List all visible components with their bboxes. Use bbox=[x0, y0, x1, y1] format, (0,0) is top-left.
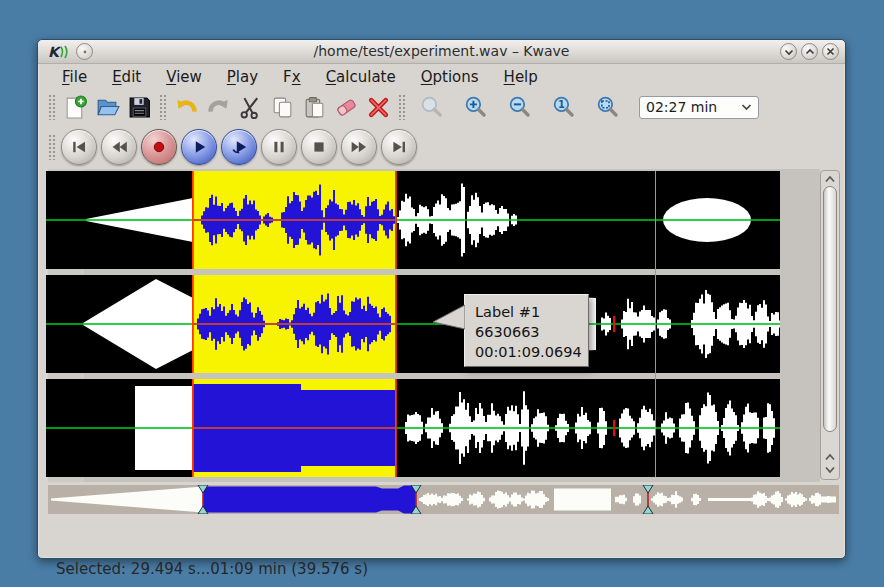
track-2-waveform[interactable] bbox=[46, 275, 780, 373]
vertical-scrollbar-thumb[interactable] bbox=[823, 186, 837, 432]
record-icon bbox=[149, 137, 169, 157]
zoom-100-button[interactable]: 1 bbox=[548, 92, 578, 122]
play-button[interactable] bbox=[181, 129, 217, 165]
paste-clipboard-icon bbox=[302, 95, 327, 120]
zoom-selection-button[interactable] bbox=[416, 92, 446, 122]
record-button[interactable] bbox=[141, 129, 177, 165]
zoom-all-icon bbox=[595, 95, 620, 120]
pause-icon bbox=[269, 137, 289, 157]
skip-forward-icon bbox=[389, 137, 409, 157]
stop-icon bbox=[309, 137, 329, 157]
delete-cross-icon bbox=[366, 95, 391, 120]
new-file-icon bbox=[63, 95, 88, 120]
zoom-out-icon bbox=[507, 95, 532, 120]
forward-icon bbox=[349, 137, 369, 157]
toolbar-transport bbox=[44, 125, 839, 169]
new-button[interactable] bbox=[60, 92, 90, 122]
vertical-scrollbar[interactable] bbox=[820, 170, 840, 480]
paste-button[interactable] bbox=[299, 92, 329, 122]
label-tooltip: Label #1 6630663 00:01:09.0694 bbox=[464, 294, 589, 367]
zoom-in-icon bbox=[463, 95, 488, 120]
save-floppy-icon bbox=[127, 95, 152, 120]
window-title: /home/test/experiment.wav – Kwave bbox=[38, 43, 845, 59]
menu-item-edit[interactable]: Edit bbox=[102, 66, 151, 88]
tooltip-pointer bbox=[433, 303, 465, 331]
maximize-button[interactable] bbox=[801, 43, 818, 60]
erase-button[interactable] bbox=[331, 92, 361, 122]
stop-button[interactable] bbox=[301, 129, 337, 165]
menubar: FileEditViewPlayFxCalculateOptionsHelp bbox=[42, 65, 841, 89]
redo-icon bbox=[206, 95, 231, 120]
tooltip-label-time: 00:01:09.0694 bbox=[475, 342, 588, 362]
toolbar-handle[interactable] bbox=[48, 94, 55, 120]
loop-play-button[interactable] bbox=[221, 129, 257, 165]
redo-button[interactable] bbox=[203, 92, 233, 122]
copy-icon bbox=[270, 95, 295, 120]
svg-text:1: 1 bbox=[557, 98, 564, 109]
zoom-selection-icon bbox=[419, 95, 444, 120]
overview-bar[interactable] bbox=[48, 485, 839, 514]
titlebar[interactable]: K /home/test/experiment.wav – Kwave bbox=[38, 40, 845, 64]
skip-forward-button[interactable] bbox=[381, 129, 417, 165]
tooltip-label-sample: 6630663 bbox=[475, 322, 588, 342]
toolbar-handle[interactable] bbox=[159, 94, 166, 120]
zoom-in-button[interactable] bbox=[460, 92, 490, 122]
open-folder-icon bbox=[95, 95, 120, 120]
chevron-down-icon bbox=[741, 103, 752, 111]
desktop: K /home/test/experiment.wav – Kwave File… bbox=[0, 0, 884, 587]
delete-button[interactable] bbox=[363, 92, 393, 122]
cut-button[interactable] bbox=[235, 92, 265, 122]
pause-button[interactable] bbox=[261, 129, 297, 165]
scroll-down-icon[interactable] bbox=[825, 466, 835, 474]
copy-button[interactable] bbox=[267, 92, 297, 122]
toolbar-handle[interactable] bbox=[48, 134, 55, 160]
menu-item-play[interactable]: Play bbox=[217, 66, 268, 88]
zoom-duration-value: 02:27 min bbox=[646, 99, 741, 115]
chevron-up-icon bbox=[805, 48, 815, 56]
menu-item-view[interactable]: View bbox=[156, 66, 212, 88]
close-button[interactable] bbox=[822, 43, 839, 60]
undo-button[interactable] bbox=[171, 92, 201, 122]
skip-backward-icon bbox=[69, 137, 89, 157]
close-icon bbox=[826, 47, 835, 56]
menu-item-help[interactable]: Help bbox=[494, 66, 548, 88]
forward-button[interactable] bbox=[341, 129, 377, 165]
scroll-up-icon[interactable] bbox=[825, 453, 835, 461]
zoom-out-button[interactable] bbox=[504, 92, 534, 122]
play-icon bbox=[189, 137, 209, 157]
toolbar-main: 1 02:27 min bbox=[44, 89, 839, 125]
position-line bbox=[655, 171, 656, 477]
menu-item-calculate[interactable]: Calculate bbox=[316, 66, 406, 88]
rewind-icon bbox=[109, 137, 129, 157]
menu-item-fx[interactable]: Fx bbox=[273, 66, 311, 88]
undo-icon bbox=[174, 95, 199, 120]
scroll-up-icon[interactable] bbox=[825, 175, 835, 183]
chevron-down-icon bbox=[784, 48, 794, 56]
tooltip-label-name: Label #1 bbox=[475, 302, 588, 322]
eraser-icon bbox=[334, 95, 359, 120]
minimize-button[interactable] bbox=[780, 43, 797, 60]
open-button[interactable] bbox=[92, 92, 122, 122]
toolbar-handle[interactable] bbox=[398, 94, 405, 120]
track-3-waveform[interactable] bbox=[46, 379, 780, 477]
menu-item-options[interactable]: Options bbox=[411, 66, 489, 88]
save-button[interactable] bbox=[124, 92, 154, 122]
loop-play-icon bbox=[229, 137, 249, 157]
statusbar: Selected: 29.494 s...01:09 min (39.576 s… bbox=[38, 553, 845, 587]
skip-backward-button[interactable] bbox=[61, 129, 97, 165]
cut-scissors-icon bbox=[238, 95, 263, 120]
selection-status: Selected: 29.494 s...01:09 min (39.576 s… bbox=[56, 560, 368, 578]
zoom-duration-select[interactable]: 02:27 min bbox=[639, 96, 759, 119]
rewind-button[interactable] bbox=[101, 129, 137, 165]
track-1-waveform[interactable] bbox=[46, 171, 780, 269]
menu-item-file[interactable]: File bbox=[52, 66, 97, 88]
zoom-all-button[interactable] bbox=[592, 92, 622, 122]
zoom-100-icon: 1 bbox=[551, 95, 576, 120]
